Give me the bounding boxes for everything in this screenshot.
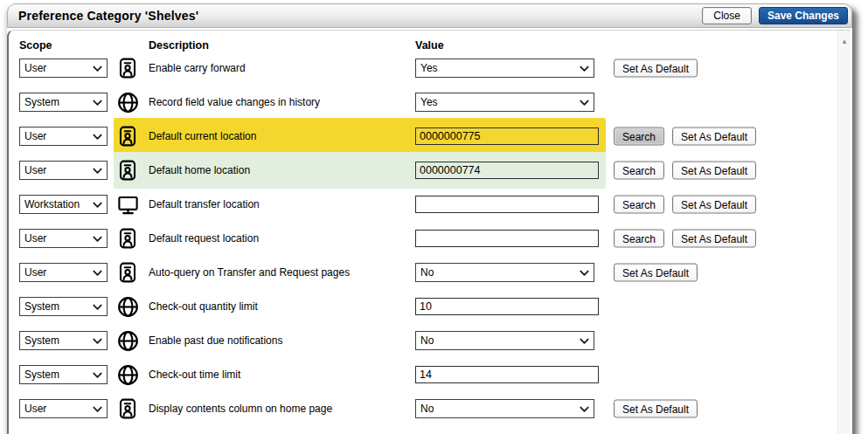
set-as-default-button[interactable]: Set As Default xyxy=(672,127,756,146)
value-input[interactable] xyxy=(415,230,599,247)
row-action-buttons: SearchSet As Default xyxy=(614,196,756,214)
user-icon xyxy=(116,397,139,420)
preference-row: SystemCheck-out time limit xyxy=(9,356,851,393)
description-label: Default home location xyxy=(149,164,250,176)
scope-select[interactable]: User xyxy=(19,263,108,282)
value-input[interactable] xyxy=(415,127,599,145)
scope-select[interactable]: Workstation xyxy=(19,195,108,214)
value-select[interactable]: No xyxy=(415,263,594,282)
set-as-default-button[interactable]: Set As Default xyxy=(614,59,698,78)
row-action-buttons: SearchSet As Default xyxy=(614,127,756,146)
scope-select[interactable]: User xyxy=(19,399,108,418)
preference-row: UserDefault current locationSearchSet As… xyxy=(9,118,851,155)
user-icon xyxy=(116,57,139,79)
scope-select-value: System xyxy=(24,96,59,108)
set-as-default-button[interactable]: Set As Default xyxy=(614,400,698,418)
user-icon xyxy=(116,261,139,284)
value-input[interactable] xyxy=(415,162,599,179)
chevron-down-icon xyxy=(580,65,589,72)
globe-icon xyxy=(116,295,139,318)
preference-row: UserDefault request locationSearchSet As… xyxy=(9,220,851,257)
scope-select[interactable]: System xyxy=(19,331,108,350)
preference-row: SystemCheck-out quantity limit xyxy=(9,288,851,325)
monitor-icon xyxy=(116,193,139,216)
scope-select[interactable]: System xyxy=(19,297,108,316)
preference-rows: UserEnable carry forwardYesSet As Defaul… xyxy=(9,31,851,434)
description-label: Enable carry forward xyxy=(149,62,246,74)
user-icon xyxy=(116,227,139,250)
search-button[interactable]: Search xyxy=(614,230,664,248)
set-as-default-button[interactable]: Set As Default xyxy=(614,264,698,282)
chevron-down-icon xyxy=(580,406,589,413)
titlebar-buttons: Close Save Changes xyxy=(702,7,848,24)
preference-row: UserAuto-query on Transfer and Request p… xyxy=(9,254,851,291)
preference-row: WorkstationDefault transfer locationSear… xyxy=(9,186,851,223)
save-changes-button[interactable]: Save Changes xyxy=(759,7,848,24)
search-button[interactable]: Search xyxy=(614,127,664,146)
dialog-titlebar: Preference Category 'Shelves' Close Save… xyxy=(7,3,852,28)
chevron-down-icon xyxy=(93,100,102,107)
scope-select-value: System xyxy=(24,334,59,347)
set-as-default-button[interactable]: Set As Default xyxy=(672,196,756,214)
description-label: Default request location xyxy=(149,232,259,245)
scope-select[interactable]: System xyxy=(19,93,108,112)
scope-select-value: Workstation xyxy=(24,198,80,210)
chevron-down-icon xyxy=(93,65,102,72)
row-action-buttons: Set As Default xyxy=(614,264,698,282)
value-select-value: Yes xyxy=(420,96,438,108)
scope-select-value: User xyxy=(24,130,46,142)
set-as-default-button[interactable]: Set As Default xyxy=(672,230,756,248)
chevron-down-icon xyxy=(93,338,102,345)
chevron-down-icon xyxy=(93,202,102,209)
chevron-down-icon xyxy=(93,134,102,141)
scope-select-value: User xyxy=(24,164,46,176)
value-input[interactable] xyxy=(415,298,599,315)
preferences-panel: Scope Description Value UserEnable carry… xyxy=(7,30,851,434)
chevron-down-icon xyxy=(580,100,589,107)
search-button[interactable]: Search xyxy=(614,162,664,180)
user-icon xyxy=(116,125,139,148)
value-select[interactable]: Yes xyxy=(415,59,594,78)
value-select-value: Yes xyxy=(420,62,438,74)
description-label: Display contents column on home page xyxy=(149,403,332,415)
scope-select[interactable]: User xyxy=(19,127,108,146)
preference-row: UserDisplay contents column on home page… xyxy=(9,390,851,427)
chevron-down-icon xyxy=(580,338,589,345)
value-input[interactable] xyxy=(415,196,599,213)
description-label: Record field value changes in history xyxy=(149,96,320,108)
search-button[interactable]: Search xyxy=(614,196,664,214)
scope-select[interactable]: System xyxy=(19,365,108,384)
user-icon xyxy=(116,159,139,182)
scroll-up-arrow-icon[interactable]: ▲ xyxy=(838,38,851,45)
globe-icon xyxy=(116,329,139,352)
row-action-buttons: Set As Default xyxy=(614,59,698,78)
close-button[interactable]: Close xyxy=(702,7,752,24)
scope-select[interactable]: User xyxy=(19,59,108,78)
row-action-buttons: Set As Default xyxy=(614,400,698,418)
description-label: Check-out quantity limit xyxy=(149,300,258,313)
scope-select[interactable]: User xyxy=(19,161,108,180)
row-action-buttons: SearchSet As Default xyxy=(614,230,756,248)
scope-select-value: User xyxy=(24,403,46,415)
scope-select-value: System xyxy=(24,300,59,313)
chevron-down-icon xyxy=(93,236,102,243)
chevron-down-icon xyxy=(93,270,102,277)
page-title: Preference Category 'Shelves' xyxy=(18,9,198,23)
value-select[interactable]: Yes xyxy=(415,93,594,112)
value-select-value: No xyxy=(420,266,434,279)
value-select-value: No xyxy=(420,403,434,415)
chevron-down-icon xyxy=(93,304,102,311)
value-select[interactable]: No xyxy=(415,399,594,418)
chevron-down-icon xyxy=(93,168,102,175)
chevron-down-icon xyxy=(580,270,589,277)
scope-select-value: User xyxy=(24,232,46,245)
scope-select-value: System xyxy=(24,369,59,381)
preference-row: UserDefault home locationSearchSet As De… xyxy=(9,152,851,189)
preference-row: SystemRecord field value changes in hist… xyxy=(9,84,851,121)
scope-select[interactable]: User xyxy=(19,229,108,248)
value-input[interactable] xyxy=(415,366,599,383)
globe-icon xyxy=(116,91,139,114)
set-as-default-button[interactable]: Set As Default xyxy=(672,162,756,180)
vertical-scrollbar[interactable]: ▲ xyxy=(837,31,851,434)
value-select[interactable]: No xyxy=(415,331,594,350)
